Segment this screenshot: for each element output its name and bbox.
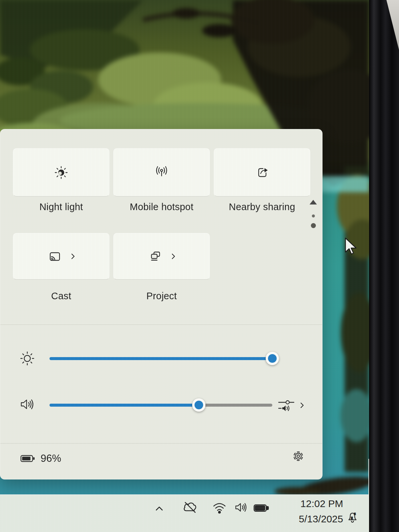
chevron-right-icon <box>171 253 176 260</box>
volume-tray-button[interactable] <box>233 500 249 516</box>
volume-fill <box>50 404 199 407</box>
cast-icon <box>47 248 63 264</box>
brightness-icon <box>19 350 36 367</box>
audio-output-icon <box>277 397 297 413</box>
onedrive-tray-button[interactable] <box>182 501 198 515</box>
tile-label-project: Project <box>113 291 210 302</box>
tile-project[interactable] <box>113 233 210 280</box>
page-dot-2-current <box>311 223 316 228</box>
brightness-slider[interactable] <box>50 357 272 360</box>
chevron-right-icon <box>71 253 75 260</box>
footer-divider <box>0 443 322 444</box>
tile-nearby-sharing[interactable] <box>214 148 310 197</box>
nearby-sharing-icon <box>254 165 270 181</box>
tile-label-cast: Cast <box>13 291 109 302</box>
svg-text:z: z <box>351 516 353 520</box>
battery-status-button[interactable]: 96% <box>20 453 61 465</box>
desktop-screen: Night light Mobile hotspot Nearby sharin… <box>0 0 369 532</box>
gear-icon <box>290 448 306 464</box>
chevron-up-icon <box>154 505 165 513</box>
battery-icon <box>253 503 270 513</box>
battery-tray-button[interactable] <box>253 503 270 514</box>
volume-row <box>19 395 305 415</box>
night-light-icon <box>53 165 69 181</box>
page-up-button[interactable] <box>310 200 317 204</box>
page-dot-1 <box>312 214 315 217</box>
clock[interactable]: 12:02 PM 5/13/2025 <box>286 496 343 527</box>
volume-slider[interactable] <box>50 404 272 407</box>
page-indicator <box>309 200 318 228</box>
onedrive-cloud-slash-icon <box>182 501 198 514</box>
bell-do-not-disturb-icon: z z <box>345 510 360 525</box>
tile-cast[interactable] <box>13 233 109 280</box>
tile-label-night-light: Night light <box>13 201 109 212</box>
tile-night-light[interactable] <box>13 148 109 197</box>
tray-overflow-button[interactable] <box>154 505 165 514</box>
chevron-right-icon <box>300 402 305 409</box>
tile-label-mobile-hotspot: Mobile hotspot <box>113 201 210 212</box>
svg-text:z: z <box>354 512 356 515</box>
volume-icon <box>19 396 36 412</box>
quick-settings-panel: Night light Mobile hotspot Nearby sharin… <box>0 129 323 479</box>
wifi-tray-button[interactable] <box>211 501 227 515</box>
brightness-row <box>19 349 305 369</box>
mobile-hotspot-icon <box>154 165 170 181</box>
section-divider <box>0 325 322 325</box>
brightness-thumb[interactable] <box>266 352 279 365</box>
notification-bell-button[interactable]: z z <box>345 510 360 526</box>
battery-percent-label: 96% <box>41 453 61 465</box>
audio-output-button[interactable] <box>277 397 305 413</box>
tile-mobile-hotspot[interactable] <box>113 148 210 197</box>
tile-label-nearby-sharing: Nearby sharing <box>214 201 310 212</box>
clock-date: 5/13/2025 <box>286 511 343 527</box>
photographed-monitor: Night light Mobile hotspot Nearby sharin… <box>0 0 399 532</box>
brightness-fill <box>50 357 272 360</box>
volume-thumb[interactable] <box>192 398 205 412</box>
wifi-icon <box>211 501 227 514</box>
monitor-bezel <box>369 0 399 532</box>
project-icon <box>147 248 163 264</box>
battery-icon <box>20 454 36 463</box>
clock-time: 12:02 PM <box>286 496 343 511</box>
speaker-icon <box>233 500 249 515</box>
settings-button[interactable] <box>289 447 307 465</box>
